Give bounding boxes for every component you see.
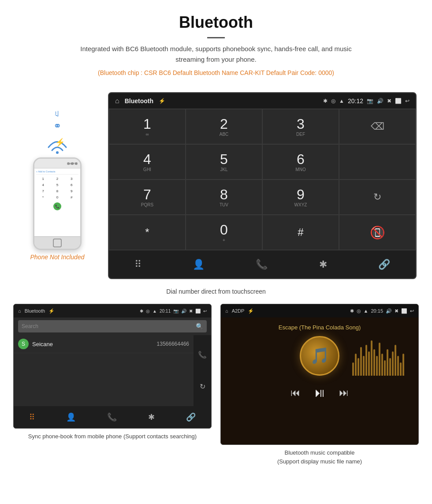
usb-icon: ⚡: [159, 98, 165, 104]
dial-key-8[interactable]: 8 TUV: [186, 179, 262, 215]
link-icon[interactable]: 🔗: [378, 259, 390, 270]
dial-key-6[interactable]: 6 MNO: [262, 144, 339, 179]
pb-bottom-bar: ⠿ 👤 📞 ✱ 🔗: [14, 406, 211, 428]
pb-contacts-icon[interactable]: 👤: [66, 412, 76, 422]
pb-vol: 🔊: [181, 309, 186, 314]
equalizer: [352, 336, 405, 376]
music-time: 20:15: [371, 308, 383, 314]
close-icon[interactable]: ✖: [387, 98, 391, 104]
pb-bt-bottom-icon[interactable]: ✱: [148, 412, 155, 422]
music-caption: Bluetooth music compatible(Support displ…: [220, 448, 419, 466]
music-status-bar: ⌂ A2DP ⚡ ✱ ◎ ▲ 20:15 🔊 ✖ ⬜ ↩: [221, 304, 418, 317]
music-home-icon[interactable]: ⌂: [225, 308, 228, 314]
music-win: ⬜: [401, 308, 407, 314]
bt-bottom-icon[interactable]: ✱: [319, 259, 327, 270]
contact-avatar: S: [18, 339, 29, 349]
camera-icon[interactable]: 📷: [367, 98, 373, 104]
dial-key-1[interactable]: 1 ∞: [109, 109, 186, 144]
dial-key-4[interactable]: 4 GHI: [109, 144, 186, 179]
pb-cam: 📷: [173, 309, 179, 314]
header-specs: (Bluetooth chip : CSR BC6 Default Blueto…: [9, 69, 423, 76]
pb-search-input[interactable]: Search 🔍: [18, 320, 207, 332]
empty-space: [14, 353, 194, 406]
middle-section: ꆹ ⚭ ⚡ MOTO + Add to Contacts: [0, 83, 432, 284]
svg-point-0: [56, 151, 59, 154]
dial-key-3[interactable]: 3 DEF: [262, 109, 339, 144]
page-header: Bluetooth Integrated with BC6 Bluetooth …: [0, 0, 432, 83]
back-icon[interactable]: ↩: [405, 98, 410, 104]
signal-icon: ▲: [339, 98, 344, 104]
pb-right-reload-icon[interactable]: ↻: [200, 382, 205, 391]
album-art-container: 🎵: [227, 336, 412, 376]
pb-bt-icon: ✱: [140, 309, 143, 314]
music-vol: 🔊: [386, 308, 392, 314]
prev-button[interactable]: ⏮: [290, 387, 300, 399]
next-button[interactable]: ⏭: [339, 387, 349, 399]
pb-back: ↩: [203, 309, 207, 314]
music-title: A2DP: [232, 308, 245, 314]
pb-main-content: S Seicane 13566664466 📞 ↻: [14, 335, 211, 406]
play-pause-button[interactable]: ⏯: [313, 385, 326, 400]
pb-link-icon[interactable]: 🔗: [186, 412, 196, 422]
dial-cell-backspace[interactable]: ⌫: [339, 109, 416, 144]
dial-key-9[interactable]: 9 WXYZ: [262, 179, 339, 215]
pb-close: ✖: [189, 309, 193, 314]
main-caption: Dial number direct from touchscreen: [0, 288, 432, 295]
pb-status-right: ✱ ◎ ▲ 20:11 📷 🔊 ✖ ⬜ ↩: [140, 309, 207, 314]
pb-loc-icon: ◎: [146, 309, 150, 314]
phone-home-button[interactable]: [53, 239, 62, 247]
album-art: 🎵: [300, 336, 339, 376]
status-bar-left: ⌂ Bluetooth ⚡: [115, 97, 165, 105]
pb-usb-icon: ⚡: [48, 308, 55, 314]
pb-time: 20:11: [160, 309, 171, 314]
dial-key-star[interactable]: *: [109, 215, 186, 250]
dial-key-hash[interactable]: #: [262, 215, 339, 250]
home-icon[interactable]: ⌂: [115, 97, 119, 105]
music-status-right: ✱ ◎ ▲ 20:15 🔊 ✖ ⬜ ↩: [350, 308, 414, 314]
music-close: ✖: [395, 308, 398, 314]
bottom-screenshots: ⌂ Bluetooth ⚡ ✱ ◎ ▲ 20:11 📷 🔊 ✖ ⬜ ↩: [0, 304, 432, 474]
window-icon[interactable]: ⬜: [395, 98, 402, 104]
pb-grid-icon[interactable]: ⠿: [29, 412, 35, 422]
pb-phone-icon[interactable]: 📞: [107, 412, 117, 422]
dial-key-0[interactable]: 0 +: [186, 215, 262, 250]
search-icon[interactable]: 🔍: [196, 323, 203, 330]
dial-cell-reload[interactable]: ↻: [339, 179, 416, 215]
pb-right-phone-icon[interactable]: 📞: [198, 351, 207, 359]
music-spacer: [221, 407, 418, 420]
dial-key-2[interactable]: 2 ABC: [186, 109, 262, 144]
music-back: ↩: [410, 308, 414, 314]
volume-icon[interactable]: 🔊: [377, 98, 384, 104]
dial-key-7[interactable]: 7 PQRS: [109, 179, 186, 215]
pb-status-bar: ⌂ Bluetooth ⚡ ✱ ◎ ▲ 20:11 📷 🔊 ✖ ⬜ ↩: [14, 304, 211, 317]
music-usb: ⚡: [248, 308, 254, 314]
dialpad-bottom-bar: ⠿ 👤 📞 ✱ 🔗: [109, 250, 416, 278]
music-content: Escape (The Pina Colada Song) 🎵: [221, 317, 418, 407]
phonebook-frame: ⌂ Bluetooth ⚡ ✱ ◎ ▲ 20:11 📷 🔊 ✖ ⬜ ↩: [13, 304, 212, 429]
divider: [207, 37, 225, 38]
pb-home-icon[interactable]: ⌂: [18, 308, 21, 314]
svg-text:⚡: ⚡: [55, 138, 65, 147]
phone-call-button[interactable]: 📞: [53, 202, 61, 210]
phone-mockup-container: ꆹ ⚭ ⚡ MOTO + Add to Contacts: [15, 92, 99, 261]
pb-search-bar: Search 🔍: [14, 317, 211, 335]
phone-icon[interactable]: 📞: [256, 259, 268, 270]
phonebook-caption: Sync phone-book from mobile phone (Suppo…: [13, 432, 212, 441]
pb-contact-row[interactable]: S Seicane 13566664466: [14, 335, 194, 353]
pb-signal: ▲: [153, 309, 157, 314]
contacts-icon[interactable]: 👤: [193, 259, 205, 270]
dial-key-5[interactable]: 5 JKL: [186, 144, 262, 179]
bluetooth-wifi-icon: ꆹ ⚭ ⚡: [44, 105, 71, 154]
dial-cell-call-red[interactable]: 📵: [339, 215, 416, 250]
phone-bottom-nav: [34, 236, 80, 249]
location-icon: ◎: [331, 98, 335, 104]
phone-top-bar: MOTO: [34, 159, 80, 168]
contact-number: 13566664466: [157, 341, 189, 347]
phone-keypad: 123 456 789 *0#: [36, 176, 78, 200]
grid-icon[interactable]: ⠿: [134, 259, 142, 270]
bt-icon: ✱: [323, 98, 328, 104]
pb-title: Bluetooth: [25, 308, 45, 314]
dial-cell-empty-1: [339, 144, 416, 179]
pb-contacts-list: S Seicane 13566664466: [14, 335, 194, 406]
music-controls: ⏮ ⏯ ⏭: [227, 385, 412, 400]
